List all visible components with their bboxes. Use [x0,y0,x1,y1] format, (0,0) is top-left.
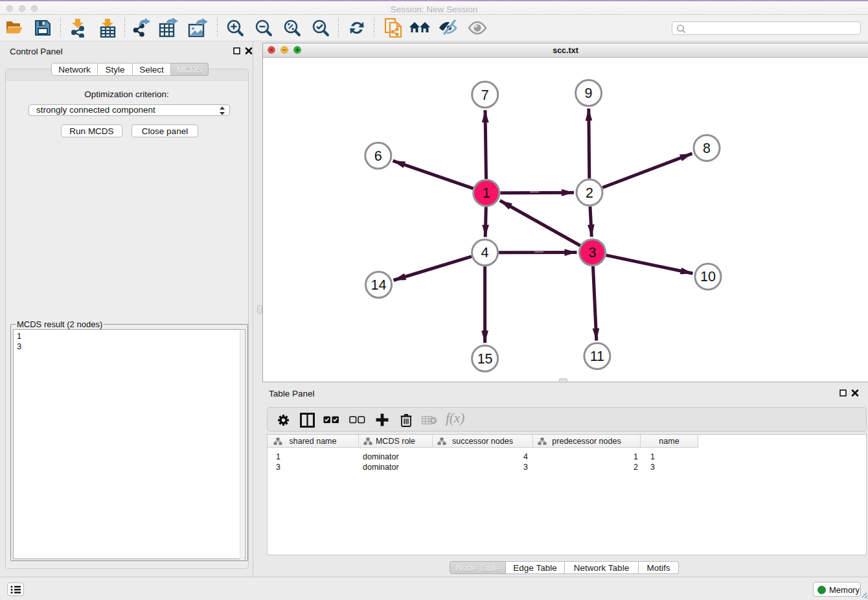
svg-text:8: 8 [703,141,711,156]
svg-text:2: 2 [586,185,593,201]
svg-text:6: 6 [374,148,382,164]
svg-text:11: 11 [590,349,604,364]
svg-text:7: 7 [481,87,489,103]
svg-text:9: 9 [585,86,593,101]
svg-text:3: 3 [589,245,597,260]
svg-text:1: 1 [483,185,490,201]
svg-text:15: 15 [477,351,493,367]
svg-text:14: 14 [371,277,387,293]
svg-text:4: 4 [481,245,489,260]
svg-text:10: 10 [700,269,716,284]
